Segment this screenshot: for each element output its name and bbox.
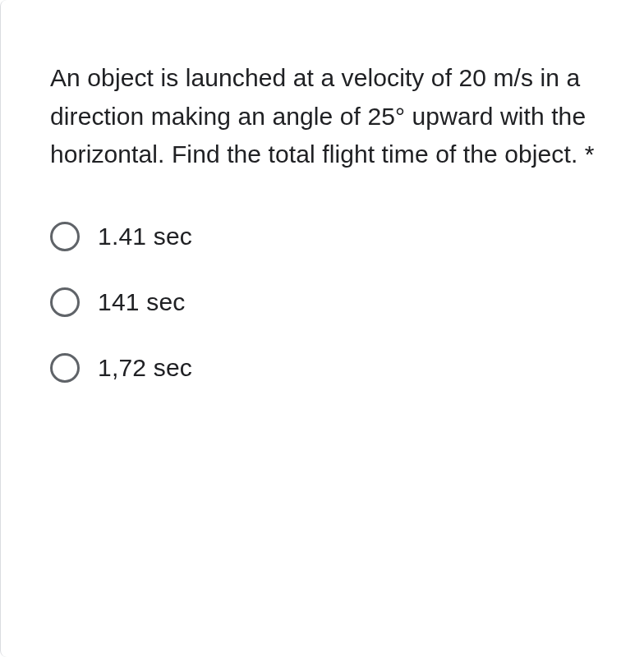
options-group: 1.41 sec 141 sec 1,72 sec — [50, 222, 624, 383]
option-2[interactable]: 141 sec — [50, 287, 624, 317]
radio-icon[interactable] — [50, 222, 80, 251]
option-label: 141 sec — [98, 288, 185, 316]
option-label: 1.41 sec — [98, 223, 192, 250]
question-card: An object is launched at a velocity of 2… — [0, 0, 644, 657]
option-label: 1,72 sec — [98, 354, 192, 382]
required-asterisk: * — [577, 140, 594, 168]
question-body: An object is launched at a velocity of 2… — [50, 64, 586, 168]
radio-icon[interactable] — [50, 353, 80, 383]
radio-icon[interactable] — [50, 287, 80, 317]
option-1[interactable]: 1.41 sec — [50, 222, 624, 251]
question-text: An object is launched at a velocity of 2… — [50, 59, 624, 174]
option-3[interactable]: 1,72 sec — [50, 353, 624, 383]
